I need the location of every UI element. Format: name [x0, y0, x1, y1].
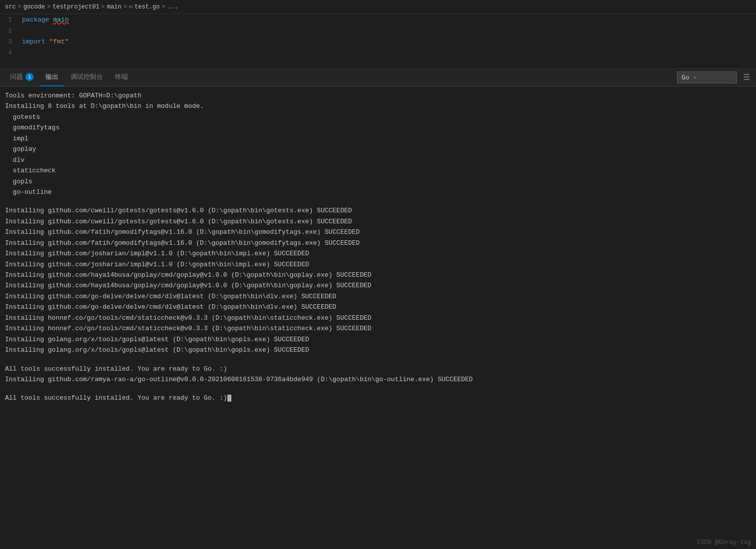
output-line: gopls [5, 176, 751, 187]
language-dropdown[interactable]: Go ▾ [677, 71, 737, 83]
tab-problems[interactable]: 问题 1 [4, 69, 39, 86]
output-line: Installing honnef.co/go/tools/cmd/static… [5, 323, 751, 334]
code-line-4: 4 [0, 47, 756, 58]
code-editor: 1 package main 2 3 import "fmt" 4 [0, 14, 756, 69]
output-line: Installing github.com/go-delve/delve/cmd… [5, 302, 751, 312]
output-line: Installing 8 tools at D:\gopath\bin in m… [5, 101, 751, 111]
chevron-down-icon: ▾ [694, 74, 697, 80]
output-line: Installing github.com/fatih/gomodifytags… [5, 238, 751, 248]
output-line: Installing github.com/cweill/gotests/got… [5, 216, 751, 227]
line-number-2: 2 [0, 27, 20, 34]
breadcrumb-sep-4: > [123, 3, 127, 10]
breadcrumb-src[interactable]: src [5, 3, 16, 10]
output-line: Installing github.com/haya14busa/goplay/… [5, 270, 751, 280]
keyword-package: package [22, 16, 49, 23]
output-line: go-outline [5, 187, 751, 197]
identifier-main: main [53, 16, 68, 23]
output-line: goplay [5, 144, 751, 154]
breadcrumb-ellipsis[interactable]: ... [167, 3, 178, 10]
output-line-blank [5, 385, 751, 393]
output-line: dlv [5, 155, 751, 165]
string-fmt: "fmt" [49, 38, 69, 45]
output-line: Tools environment: GOPATH=D:\gopath [5, 90, 751, 101]
tab-output-label: 输出 [45, 72, 58, 81]
breadcrumb-main[interactable]: main [107, 3, 121, 10]
output-line: Installing golang.org/x/tools/gopls@late… [5, 334, 751, 345]
line-content-1: package main [20, 16, 756, 23]
output-line-blank [5, 356, 751, 364]
output-line: Installing github.com/ramya-rao-a/go-out… [5, 374, 751, 385]
panel-tabs-bar: 问题 1 输出 调试控制台 终端 Go ▾ ☰ [0, 69, 756, 86]
output-line: Installing github.com/fatih/gomodifytags… [5, 227, 751, 237]
breadcrumb-testproject01[interactable]: testproject01 [52, 3, 99, 10]
tab-debug-console-label: 调试控制台 [70, 72, 103, 81]
output-line: Installing github.com/josharian/impl@v1.… [5, 248, 751, 259]
output-line: Installing github.com/cweill/gotests/got… [5, 205, 751, 216]
breadcrumb-gocode[interactable]: gocode [23, 3, 45, 10]
terminal-cursor [227, 395, 231, 402]
keyword-import: import [22, 38, 45, 45]
tab-terminal-label: 终端 [115, 72, 128, 81]
breadcrumb-testgo[interactable]: test.go [134, 3, 159, 10]
code-line-3: 3 import "fmt" [0, 36, 756, 47]
tab-terminal[interactable]: 终端 [109, 69, 134, 86]
breadcrumb-sep-5: > [162, 3, 165, 10]
output-area[interactable]: Tools environment: GOPATH=D:\gopathInsta… [0, 86, 756, 549]
line-number-1: 1 [0, 16, 20, 23]
breadcrumb-sep-2: > [47, 3, 50, 10]
breadcrumb-sep-3: > [101, 3, 105, 10]
line-content-3: import "fmt" [20, 38, 756, 45]
output-line: impl [5, 133, 751, 144]
panel-menu-icon[interactable]: ☰ [741, 71, 752, 83]
line-number-3: 3 [0, 38, 20, 45]
output-line: Installing github.com/josharian/impl@v1.… [5, 259, 751, 270]
output-line: Installing github.com/haya14busa/goplay/… [5, 280, 751, 291]
panel-right-controls: Go ▾ ☰ [677, 71, 752, 83]
output-line: Installing github.com/go-delve/delve/cmd… [5, 291, 751, 302]
output-line-last: All tools successfully installed. You ar… [5, 393, 751, 403]
breadcrumb-sep-1: > [18, 3, 21, 10]
problems-badge: 1 [25, 73, 33, 81]
language-value: Go [682, 74, 690, 81]
tab-debug-console[interactable]: 调试控制台 [64, 69, 109, 86]
output-line: staticcheck [5, 165, 751, 176]
output-line: gomodifytags [5, 122, 751, 133]
tab-problems-label: 问题 [10, 72, 23, 81]
line-number-4: 4 [0, 49, 20, 56]
code-line-2: 2 [0, 25, 756, 36]
code-line-1: 1 package main [0, 14, 756, 25]
file-icon: ∞ [129, 3, 132, 10]
watermark: CSDN @Geray-zsg [697, 539, 751, 546]
output-line: Installing honnef.co/go/tools/cmd/static… [5, 313, 751, 323]
tab-output[interactable]: 输出 [39, 69, 64, 86]
output-line: All tools successfully installed. You ar… [5, 364, 751, 374]
output-line-blank [5, 197, 751, 205]
output-line: Installing golang.org/x/tools/gopls@late… [5, 345, 751, 355]
output-line: gotests [5, 112, 751, 122]
breadcrumb: src > gocode > testproject01 > main > ∞ … [0, 0, 756, 14]
